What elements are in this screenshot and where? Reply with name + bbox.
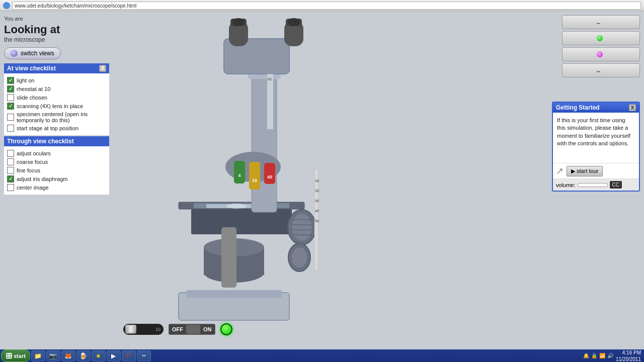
browser-chrome: www.udel.edu/biology/ketcham/microscope/… [0, 0, 644, 11]
svg-rect-41 [267, 74, 273, 129]
taskbar-clock: 4:16 PM 11/20/2011 [616, 349, 641, 363]
svg-rect-1 [186, 290, 282, 298]
on-label: ON [200, 326, 215, 332]
tray-icon-network: 📶 [599, 352, 606, 359]
checklist-item-rheostat: rheostat at 10 [7, 85, 106, 93]
svg-text:40: 40 [267, 174, 272, 179]
svg-text:60: 60 [268, 77, 272, 81]
taskbar-powerpoint[interactable]: P [122, 350, 136, 361]
indicator-4: – [597, 67, 603, 73]
through-view-header: Through view checklist [4, 136, 109, 146]
dialog-body: If this is your first time using this si… [553, 113, 639, 163]
label-slide: slide chosen [17, 95, 47, 101]
dialog-close-button[interactable]: X [629, 104, 636, 111]
taskbar-app3[interactable]: ▶ [107, 350, 121, 361]
taskbar-app2[interactable]: ★ [92, 350, 106, 361]
checkbox-specimen[interactable] [7, 114, 14, 121]
checkbox-oculars[interactable] [7, 150, 14, 157]
indicator-3 [597, 51, 603, 57]
checklist-item-light-on: light on [7, 77, 106, 84]
start-tour-button[interactable]: ▶ start tour [567, 166, 603, 176]
svg-rect-20 [234, 161, 245, 184]
volume-slider[interactable] [578, 183, 608, 187]
browser-icon [3, 2, 10, 9]
taskbar-media[interactable]: 📷 [46, 350, 60, 361]
label-rheostat: rheostat at 10 [17, 86, 50, 92]
through-view-title: Through view checklist [7, 138, 74, 145]
dialog-footer: ↗ ▶ start tour [553, 163, 639, 178]
start-button[interactable]: ⊞ start [1, 349, 30, 362]
at-view-checklist-header: At view checklist X [4, 63, 109, 73]
taskbar: ⊞ start 📁 📷 🦊 🍺 ★ ▶ P ✂ 🔔 🔒 📶 🔊 4:16 PM … [0, 349, 644, 362]
checkbox-coarse[interactable] [7, 158, 14, 165]
taskbar-right: 🔔 🔒 📶 🔊 4:16 PM 11/20/2011 [583, 349, 643, 363]
taskbar-file-explorer[interactable]: 📁 [31, 350, 45, 361]
taskbar-date-display: 11/20/2011 [616, 356, 641, 363]
checkbox-start-stage[interactable] [7, 125, 14, 132]
dialog-title: Getting Started [556, 104, 600, 111]
switch-views-label: switch views [21, 50, 54, 57]
taskbar-snip[interactable]: ✂ [137, 350, 151, 361]
dialog-text: If this is your first time using this si… [557, 117, 630, 146]
checkbox-fine[interactable] [7, 167, 14, 174]
label-specimen: specimen centered (open iris temporarily… [17, 111, 106, 123]
cc-button[interactable]: CC [610, 181, 622, 189]
main-area: You are Looking at the microscope switch… [0, 11, 644, 349]
checkbox-rheostat[interactable] [7, 85, 14, 93]
label-iris: adjust iris diaphragm [17, 176, 68, 182]
svg-rect-22 [249, 162, 260, 190]
checkbox-scanning[interactable] [7, 103, 14, 110]
at-view-checklist-body: light on rheostat at 10 slide chosen sca… [4, 73, 109, 135]
checklist-item-specimen: specimen centered (open iris temporarily… [7, 111, 106, 123]
off-on-switch[interactable]: OFF ON [169, 324, 215, 335]
rheostat-slider[interactable]: 10 [123, 324, 164, 335]
rheostat-knob [125, 325, 136, 334]
start-label: start [14, 353, 26, 359]
checkbox-light-on[interactable] [7, 77, 14, 84]
control-button-1[interactable]: – [562, 15, 640, 29]
control-button-3[interactable] [562, 47, 640, 61]
checklist-item-fine: fine focus [7, 167, 106, 174]
tray-icon-2: 🔒 [591, 352, 598, 359]
start-tour-label: ▶ start tour [571, 168, 598, 174]
switch-views-button[interactable]: switch views [4, 47, 61, 59]
dialog-arrow-icon: ↗ [556, 165, 564, 176]
indicator-1: – [597, 19, 603, 25]
svg-point-33 [292, 247, 307, 267]
svg-rect-24 [264, 163, 275, 184]
svg-text:10: 10 [252, 178, 257, 183]
checklist-item-oculars: adjust oculars [7, 150, 106, 157]
checkbox-iris[interactable] [7, 175, 14, 183]
control-button-2[interactable] [562, 31, 640, 45]
svg-point-9 [226, 204, 247, 209]
volume-label: volume: [556, 182, 576, 188]
microscope-area: 4 10 40 10 20 30 40 50 [113, 11, 325, 349]
switch-track [186, 325, 200, 334]
taskbar-firefox[interactable]: 🦊 [61, 350, 75, 361]
system-tray-icons: 🔔 🔒 📶 🔊 [583, 352, 614, 359]
taskbar-time-display: 4:16 PM [616, 349, 641, 356]
checklist-item-iris: adjust iris diaphragm [7, 175, 106, 183]
svg-point-27 [292, 214, 312, 241]
right-panel: – – Getting Started X If this is your fi… [428, 11, 644, 85]
at-view-checklist-close[interactable]: X [99, 65, 106, 72]
at-view-checklist-title: At view checklist [7, 65, 56, 72]
label-start-stage: start stage at top position [17, 125, 78, 131]
off-label: OFF [169, 326, 186, 332]
through-view-checklist: Through view checklist adjust oculars co… [4, 136, 109, 195]
left-panel: You are Looking at the microscope switch… [0, 11, 113, 199]
checkbox-center[interactable] [7, 184, 14, 191]
power-indicator-light[interactable] [220, 323, 232, 335]
svg-text:50: 50 [315, 219, 319, 223]
address-bar[interactable]: www.udel.edu/biology/ketcham/microscope/… [12, 2, 641, 10]
svg-point-18 [288, 18, 300, 26]
control-buttons: – – [432, 15, 640, 77]
checkbox-slide[interactable] [7, 94, 14, 101]
label-scanning: scanning (4X) lens in place [17, 103, 83, 109]
rheostat-value: 10 [155, 327, 160, 332]
control-button-4[interactable]: – [562, 63, 640, 77]
checklist-item-slide: slide chosen [7, 94, 106, 101]
taskbar-app1[interactable]: 🍺 [76, 350, 91, 361]
svg-text:40: 40 [315, 209, 319, 213]
checklist-item-center: center image [7, 184, 106, 191]
